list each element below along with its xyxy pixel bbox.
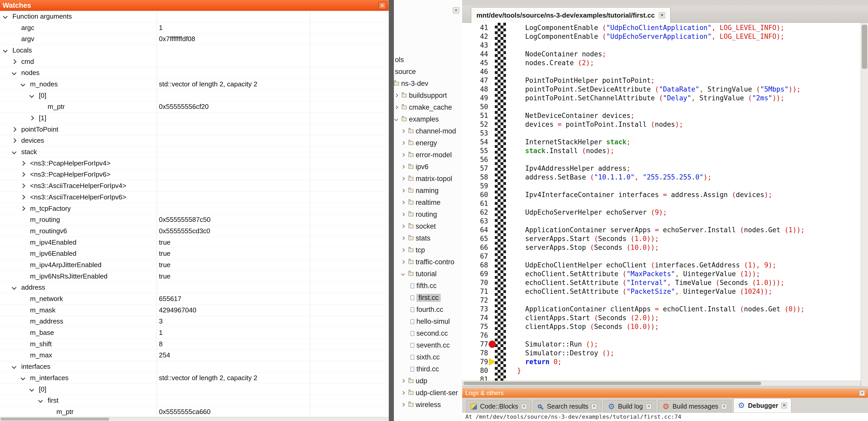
code-line[interactable] bbox=[517, 331, 805, 340]
chevron-down-icon[interactable] bbox=[29, 93, 34, 98]
code-line[interactable] bbox=[517, 375, 805, 381]
watches-horizontal-scrollbar[interactable] bbox=[0, 417, 389, 421]
tree-item[interactable]: matrix-topol bbox=[394, 173, 462, 185]
code-line[interactable]: address.SetBase ("10.1.1.0", "255.255.25… bbox=[517, 173, 805, 182]
watch-row[interactable]: <ns3::AsciiTraceHelperForIpv4> bbox=[0, 180, 389, 192]
chevron-down-icon[interactable] bbox=[401, 272, 405, 276]
chevron-down-icon[interactable] bbox=[394, 118, 398, 121]
editor-body[interactable]: 4142434445464748495051525354555657585960… bbox=[462, 23, 861, 381]
editor-vscrollbar-thumb[interactable] bbox=[862, 25, 867, 69]
watch-row[interactable]: pointToPoint bbox=[0, 124, 389, 135]
tree-item[interactable]: first.cc bbox=[394, 292, 462, 303]
watch-row[interactable]: m_ptr0x55555556cf20 bbox=[0, 101, 389, 113]
logs-header[interactable]: Logs & others bbox=[462, 388, 868, 398]
line-number[interactable]: 53 bbox=[462, 129, 488, 137]
chevron-down-icon[interactable] bbox=[21, 82, 25, 86]
tree-item[interactable]: ns-3-dev bbox=[394, 77, 462, 90]
code-line[interactable]: echoClient.SetAttribute ("Interval", Tim… bbox=[517, 278, 805, 287]
line-number[interactable]: 48 bbox=[462, 85, 488, 94]
watches-close-icon[interactable] bbox=[378, 2, 386, 9]
chevron-down-icon[interactable] bbox=[12, 150, 16, 154]
line-number[interactable]: 50 bbox=[462, 102, 488, 111]
line-number-gutter[interactable]: 4142434445464748495051525354555657585960… bbox=[462, 23, 488, 381]
code-line[interactable]: echoClient.SetAttribute ("MaxPackets", U… bbox=[517, 269, 805, 278]
tree-item[interactable]: tutorial bbox=[394, 268, 462, 280]
chevron-down-icon[interactable] bbox=[3, 14, 7, 19]
watch-row[interactable]: <ns3::AsciiTraceHelperForIpv6> bbox=[0, 192, 389, 203]
editor-tab-first-cc[interactable]: mnt/dev/tools/source/ns-3-dev/examples/t… bbox=[471, 7, 671, 23]
watch-row[interactable]: m_routingv60x5555555cd3c0 bbox=[0, 226, 389, 237]
code-line[interactable]: echoClient.SetAttribute ("PacketSize", U… bbox=[517, 287, 805, 296]
tree-item[interactable]: socket bbox=[394, 220, 462, 232]
logs-close-icon[interactable] bbox=[859, 390, 865, 396]
watch-row[interactable]: Locals bbox=[0, 45, 389, 56]
line-number[interactable]: 71 bbox=[462, 287, 488, 296]
watch-row[interactable]: m_ipv4Enabledtrue bbox=[0, 237, 389, 248]
code-line[interactable]: ApplicationContainer clientApps = echoCl… bbox=[517, 304, 805, 314]
line-number[interactable]: 73 bbox=[462, 304, 488, 314]
tree-item[interactable]: source bbox=[394, 66, 462, 77]
tree-item[interactable]: fifth.cc bbox=[394, 280, 462, 292]
watch-row[interactable]: interfaces bbox=[0, 361, 389, 373]
tree-item[interactable]: sixth.cc bbox=[394, 351, 462, 363]
code-line[interactable]: serverApps.Stop (Seconds (10.0)); bbox=[517, 243, 805, 252]
chevron-right-icon[interactable] bbox=[29, 116, 34, 120]
chevron-down-icon[interactable] bbox=[21, 376, 25, 380]
line-number[interactable]: 62 bbox=[462, 208, 488, 217]
watch-row[interactable]: [0] bbox=[0, 90, 389, 101]
tab-close-icon[interactable] bbox=[591, 404, 597, 409]
tree-item[interactable]: channel-mod bbox=[394, 125, 462, 137]
line-number[interactable]: 81 bbox=[462, 375, 488, 381]
chevron-right-icon[interactable] bbox=[401, 165, 405, 169]
watch-row[interactable]: m_ipv4ArpJitterEnabledtrue bbox=[0, 259, 389, 271]
chevron-right-icon[interactable] bbox=[21, 183, 25, 188]
watch-row[interactable]: m_interfacesstd::vector of length 2, cap… bbox=[0, 373, 389, 384]
tree-item[interactable]: buildsupport bbox=[394, 90, 462, 101]
watch-row[interactable]: <ns3::PcapHelperForIpv4> bbox=[0, 158, 389, 169]
tree-item[interactable]: third.cc bbox=[394, 363, 462, 375]
line-number[interactable]: 67 bbox=[462, 252, 488, 261]
chevron-right-icon[interactable] bbox=[401, 129, 405, 133]
tree-item[interactable]: naming bbox=[394, 185, 462, 197]
line-number[interactable]: 46 bbox=[462, 67, 488, 76]
chevron-right-icon[interactable] bbox=[401, 260, 405, 264]
line-number[interactable]: 66 bbox=[462, 243, 488, 252]
chevron-right-icon[interactable] bbox=[21, 195, 25, 199]
line-number[interactable]: 56 bbox=[462, 155, 488, 164]
tree-item[interactable]: traffic-contro bbox=[394, 256, 462, 268]
line-number[interactable]: 70 bbox=[462, 278, 488, 287]
line-number[interactable]: 59 bbox=[462, 182, 488, 190]
tree-item[interactable]: cmake_cache bbox=[394, 101, 462, 113]
tree-item[interactable]: second.cc bbox=[394, 327, 462, 339]
watch-row[interactable]: cmd bbox=[0, 56, 389, 67]
tree-item[interactable]: routing bbox=[394, 208, 462, 220]
editor-vertical-scrollbar[interactable] bbox=[861, 23, 868, 386]
editor-horizontal-scrollbar[interactable] bbox=[462, 381, 861, 386]
watches-scrollbar-thumb[interactable] bbox=[1, 418, 109, 420]
log-tab-code-blocks[interactable]: Code::Blocks bbox=[466, 400, 531, 413]
watch-row[interactable]: m_ipv6NsRsJitterEnabledtrue bbox=[0, 271, 389, 282]
watch-row[interactable]: nodes bbox=[0, 67, 389, 78]
watch-row[interactable]: m_address3 bbox=[0, 316, 389, 327]
line-number[interactable]: 63 bbox=[462, 217, 488, 226]
code-line[interactable]: stack.Install (nodes); bbox=[517, 147, 805, 155]
tree-item[interactable]: hello-simul bbox=[394, 316, 462, 327]
code-line[interactable]: Simulator::Run (); bbox=[517, 340, 805, 349]
tree-item[interactable]: ipv6 bbox=[394, 161, 462, 173]
chevron-down-icon[interactable] bbox=[3, 48, 7, 53]
watches-column-divider[interactable] bbox=[310, 11, 310, 417]
watch-row[interactable]: m_tcpFactory bbox=[0, 203, 389, 215]
line-number[interactable]: 60 bbox=[462, 190, 488, 199]
watch-row[interactable]: m_ptr0x5555555ca660 bbox=[0, 406, 389, 417]
line-number[interactable]: 72 bbox=[462, 296, 488, 304]
watch-row[interactable]: m_base1 bbox=[0, 327, 389, 338]
watch-row[interactable]: m_nodesstd::vector of length 2, capacity… bbox=[0, 78, 389, 90]
chevron-right-icon[interactable] bbox=[401, 201, 405, 204]
code-line[interactable] bbox=[517, 155, 805, 164]
line-number[interactable]: 54 bbox=[462, 137, 488, 147]
code-line[interactable]: ApplicationContainer serverApps = echoSe… bbox=[517, 226, 805, 234]
chevron-right-icon[interactable] bbox=[401, 236, 405, 240]
chevron-down-icon[interactable] bbox=[29, 387, 34, 391]
log-tab-debugger[interactable]: ⚙Debugger bbox=[734, 398, 792, 413]
line-number[interactable]: 43 bbox=[462, 41, 488, 50]
